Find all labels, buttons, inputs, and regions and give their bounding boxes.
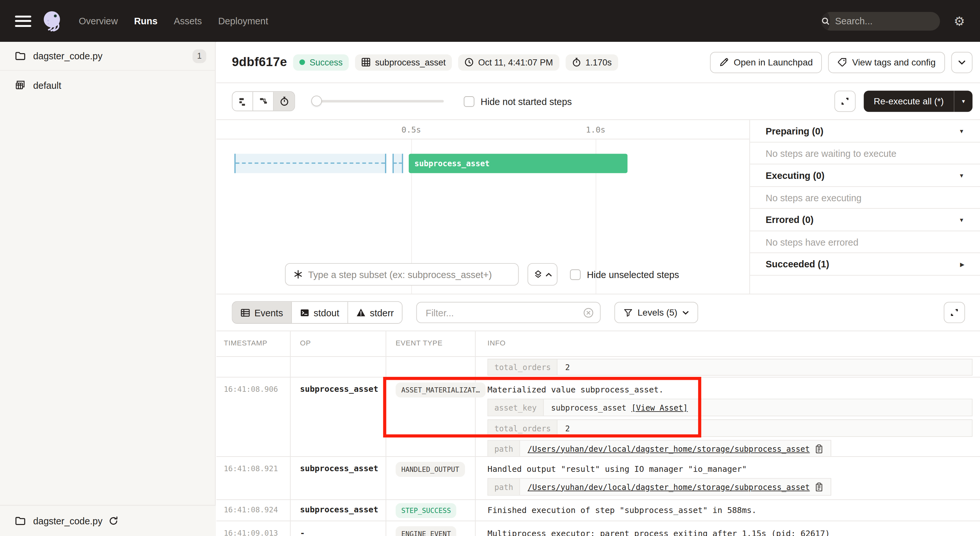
slider-handle[interactable] [311, 95, 322, 106]
clear-filter-icon[interactable] [583, 307, 594, 318]
view-flat-icon[interactable] [232, 92, 253, 110]
status-section-errored[interactable]: Errored (0) ▼ [750, 209, 980, 231]
col-header-info: INFO [476, 331, 980, 356]
event-row[interactable]: 16:41:08.906 subprocess_asset ASSET_MATE… [216, 377, 980, 457]
step-subset-input-wrap [285, 263, 519, 286]
hide-not-started-checkbox[interactable] [464, 96, 474, 107]
metadata-row: total_orders 2 [487, 359, 972, 375]
step-subset-input[interactable] [308, 269, 511, 280]
search-input[interactable] [830, 16, 940, 26]
gantt-step-bar[interactable]: subprocess_asset [409, 154, 627, 173]
event-row[interactable]: 16:41:08.921 subprocess_asset HANDLED_OU… [216, 457, 980, 500]
hide-unselected-checkbox[interactable] [570, 269, 581, 280]
copy-icon[interactable] [815, 482, 823, 491]
view-waterfall-icon[interactable] [253, 92, 274, 110]
run-duration: 1.170s [585, 57, 611, 67]
log-filter-input[interactable] [426, 307, 583, 318]
re-execute-button[interactable]: Re-execute all (*) ▼ [864, 91, 972, 112]
hide-unselected-label: Hide unselected steps [587, 269, 679, 280]
run-job-chip[interactable]: subprocess_asset [355, 54, 452, 70]
event-timestamp: 16:41:08.924 [216, 500, 290, 521]
global-search[interactable]: / [821, 12, 940, 30]
tab-events[interactable]: Events [232, 302, 292, 323]
step-status-panel: Preparing (0) ▼ No steps are waiting to … [749, 120, 980, 294]
status-section-message: No steps have errored [750, 231, 980, 253]
caret-down-icon: ▼ [959, 216, 964, 223]
event-type-chip: HANDLED_OUTPUT [396, 462, 465, 477]
metadata-row: total_orders 2 [487, 419, 972, 437]
view-asset-link[interactable]: [View Asset] [631, 403, 688, 412]
main-content: 9dbf617e Success subprocess_asset [216, 42, 980, 536]
tab-label: stdout [314, 307, 339, 318]
events-table: TIMESTAMP OP EVENT TYPE INFO total_order… [216, 331, 980, 536]
re-execute-caret-icon[interactable]: ▼ [954, 91, 972, 112]
nav-overview[interactable]: Overview [79, 16, 118, 26]
status-section-executing[interactable]: Executing (0) ▼ [750, 164, 980, 187]
clock-icon [465, 57, 474, 67]
sidebar-item-job-default[interactable]: default [0, 71, 215, 100]
gear-icon[interactable]: ⚙ [954, 13, 965, 28]
open-in-launchpad-button[interactable]: Open in Launchpad [710, 51, 822, 73]
graph-query-toggle-button[interactable] [528, 263, 558, 286]
expand-icon [841, 97, 850, 106]
sidebar-item-label: default [33, 80, 61, 91]
event-description: Handled output "result" using IO manager… [487, 457, 980, 475]
gantt-chart: 0.5s 1.0s subprocess_asset [216, 120, 749, 294]
event-op[interactable]: - [291, 521, 386, 536]
gantt-waiting-bar [234, 154, 386, 173]
code-location-count-badge: 1 [192, 49, 206, 62]
metadata-row: path /Users/yuhan/dev/local/dagster_home… [487, 440, 831, 456]
event-row[interactable]: 16:41:08.924 subprocess_asset STEP_SUCCE… [216, 500, 980, 522]
event-op[interactable]: subprocess_asset [291, 457, 386, 499]
re-execute-label: Re-execute all (*) [864, 91, 954, 112]
metadata-key: total_orders [488, 420, 558, 436]
nav-assets[interactable]: Assets [174, 16, 202, 26]
funnel-icon [624, 309, 633, 317]
event-row[interactable]: total_orders 2 [216, 357, 980, 377]
levels-label: Levels (5) [638, 307, 677, 318]
copy-icon[interactable] [815, 444, 823, 453]
metadata-row: asset_key subprocess_asset [View Asset] [487, 399, 972, 416]
dagster-logo-icon[interactable] [40, 8, 65, 33]
view-timed-icon[interactable] [274, 92, 294, 110]
event-op[interactable]: subprocess_asset [291, 377, 386, 456]
path-link[interactable]: /Users/yuhan/dev/local/dagster_home/stor… [528, 482, 810, 491]
events-fullscreen-button[interactable] [944, 302, 965, 323]
sidebar-item-label: dagster_code.py [33, 51, 102, 61]
tab-stdout[interactable]: stdout [292, 302, 348, 323]
run-more-actions-button[interactable] [951, 51, 972, 73]
tab-stderr[interactable]: stderr [348, 302, 402, 323]
path-link[interactable]: /Users/yuhan/dev/local/dagster_home/stor… [528, 444, 810, 453]
status-section-succeeded[interactable]: Succeeded (1) ▶ [750, 253, 980, 275]
events-table-header: TIMESTAMP OP EVENT TYPE INFO [216, 331, 980, 357]
events-section: Events stdout [216, 294, 980, 536]
status-section-preparing[interactable]: Preparing (0) ▼ [750, 120, 980, 142]
gantt-section: 0.5s 1.0s subprocess_asset [216, 120, 980, 294]
run-status-badge: Success [293, 54, 349, 70]
event-row[interactable]: 16:41:09.013 - ENGINE_EVENT Multiprocess… [216, 521, 980, 536]
chevron-down-icon [958, 60, 966, 65]
asset-key-value: subprocess_asset [551, 403, 626, 412]
event-op[interactable]: subprocess_asset [291, 500, 386, 521]
metadata-key: total_orders [488, 359, 558, 375]
job-icon [15, 80, 25, 90]
zoom-slider[interactable] [311, 95, 444, 107]
levels-filter-button[interactable]: Levels (5) [614, 302, 698, 323]
timeline-tick: 0.5s [401, 125, 421, 135]
run-header-buttons: Open in Launchpad View tags and config [710, 51, 972, 73]
nav-runs[interactable]: Runs [134, 16, 158, 26]
timeline-tick: 1.0s [586, 125, 605, 135]
log-type-tabs: Events stdout [232, 301, 402, 324]
sidebar-item-code-location[interactable]: dagster_code.py 1 [0, 42, 215, 71]
gantt-toolbar: Hide not started steps Re-execute all (*… [216, 83, 980, 120]
pencil-icon [719, 57, 729, 67]
hamburger-menu-icon[interactable] [15, 15, 31, 27]
chevron-down-icon [682, 310, 689, 315]
refresh-icon[interactable] [108, 516, 118, 526]
warning-icon [356, 308, 366, 317]
nav-right: / ⚙ [821, 12, 980, 30]
view-tags-config-button[interactable]: View tags and config [828, 51, 945, 73]
gantt-fullscreen-button[interactable] [835, 91, 856, 112]
nav-deployment[interactable]: Deployment [218, 16, 268, 26]
status-label: Success [310, 57, 342, 67]
